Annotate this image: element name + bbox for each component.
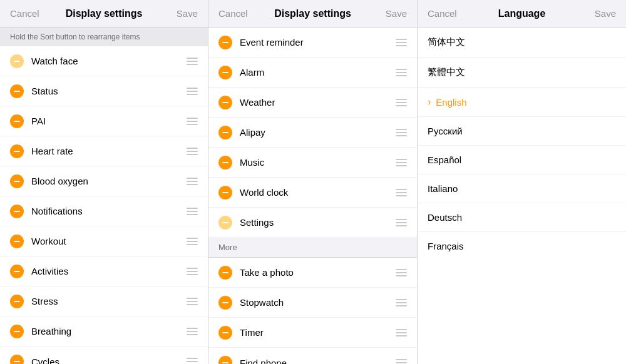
right-panel-title: Language (459, 8, 585, 19)
list-item[interactable]: PAI (0, 106, 208, 136)
left-panel-title: Display settings (41, 8, 167, 19)
right-save-button[interactable]: Save (585, 8, 616, 19)
left-save-button[interactable]: Save (167, 8, 198, 19)
drag-handle-icon[interactable] (396, 189, 407, 196)
drag-handle-icon[interactable] (187, 238, 198, 245)
item-label: World clock (240, 187, 396, 198)
item-icon (218, 96, 232, 109)
left-cancel-button[interactable]: Cancel (10, 8, 41, 19)
list-item[interactable]: Blood oxygen (0, 166, 208, 196)
right-panel: Cancel Language Save 简体中文繁體中文›EnglishРус… (418, 0, 626, 364)
item-label: Settings (240, 217, 396, 228)
drag-handle-icon[interactable] (187, 208, 198, 215)
drag-handle-icon[interactable] (396, 69, 407, 76)
item-icon (218, 326, 232, 340)
item-icon (10, 355, 24, 364)
list-item[interactable]: Cycles (0, 346, 208, 364)
drag-handle-icon[interactable] (396, 99, 407, 106)
drag-handle-icon[interactable] (187, 148, 198, 155)
list-item[interactable]: Breathing (0, 316, 208, 346)
drag-handle-icon[interactable] (396, 269, 407, 276)
drag-handle-icon[interactable] (396, 329, 407, 336)
drag-handle-icon[interactable] (396, 219, 407, 226)
item-icon (218, 296, 232, 310)
item-label: Heart rate (31, 146, 187, 156)
list-item[interactable]: Status (0, 76, 208, 106)
language-item[interactable]: 简体中文 (418, 28, 626, 58)
item-icon (10, 265, 24, 278)
list-item[interactable]: Settings (208, 208, 417, 238)
item-icon (218, 36, 232, 49)
item-icon (10, 235, 24, 248)
drag-handle-icon[interactable] (396, 359, 407, 364)
language-item[interactable]: Italiano (418, 174, 626, 203)
list-item[interactable]: Timer (208, 318, 417, 348)
list-item[interactable]: World clock (208, 178, 417, 208)
list-item[interactable]: Event reminder (208, 28, 417, 58)
list-item[interactable]: Stopwatch (208, 288, 417, 318)
language-item[interactable]: Deutsch (418, 203, 626, 232)
middle-list: Event reminderAlarmWeatherAlipayMusicWor… (208, 28, 417, 364)
list-item[interactable]: Music (208, 148, 417, 178)
drag-handle-icon[interactable] (187, 88, 198, 95)
item-icon (10, 205, 24, 218)
item-label: Stopwatch (240, 297, 396, 308)
language-item[interactable]: Français (418, 232, 626, 260)
list-item[interactable]: Alipay (208, 118, 417, 148)
item-icon (218, 186, 232, 200)
item-icon (10, 295, 24, 308)
item-label: Event reminder (240, 37, 396, 48)
item-label: Find phone (240, 358, 396, 365)
item-icon (218, 356, 232, 364)
drag-handle-icon[interactable] (187, 118, 198, 125)
drag-handle-icon[interactable] (187, 268, 198, 275)
item-label: Alipay (240, 127, 396, 138)
language-list: 简体中文繁體中文›EnglishРусскийEspañolItalianoDe… (418, 28, 626, 364)
list-item[interactable]: Notifications (0, 196, 208, 226)
item-label: Alarm (240, 67, 396, 78)
language-item[interactable]: Русский (418, 117, 626, 146)
middle-cancel-button[interactable]: Cancel (218, 8, 250, 19)
checkmark-icon: › (428, 96, 431, 108)
item-label: Status (31, 86, 187, 96)
drag-handle-icon[interactable] (396, 39, 407, 46)
item-icon (10, 84, 24, 98)
drag-handle-icon[interactable] (396, 129, 407, 136)
item-label: Timer (240, 327, 396, 338)
list-item[interactable]: Activities (0, 256, 208, 286)
list-item[interactable]: Take a photo (208, 258, 417, 288)
item-icon (10, 174, 24, 188)
drag-handle-icon[interactable] (187, 358, 198, 364)
item-icon (10, 54, 24, 68)
left-list: Watch faceStatusPAIHeart rateBlood oxyge… (0, 46, 208, 364)
language-item[interactable]: Español (418, 146, 626, 174)
list-item[interactable]: Watch face (0, 46, 208, 76)
language-item[interactable]: ›English (418, 88, 626, 117)
drag-handle-icon[interactable] (396, 159, 407, 166)
list-item[interactable]: Workout (0, 226, 208, 256)
list-item[interactable]: Stress (0, 286, 208, 316)
drag-handle-icon[interactable] (187, 298, 198, 305)
drag-handle-icon[interactable] (187, 178, 198, 185)
right-cancel-button[interactable]: Cancel (428, 8, 459, 19)
language-label: Italiano (428, 183, 458, 194)
item-label: Activities (31, 266, 187, 276)
list-item[interactable]: Heart rate (0, 136, 208, 166)
list-item[interactable]: Alarm (208, 58, 417, 88)
drag-handle-icon[interactable] (187, 58, 198, 65)
list-item[interactable]: Find phone (208, 348, 417, 364)
more-section-header: More (208, 238, 417, 258)
language-label: English (436, 97, 466, 108)
language-item[interactable]: 繁體中文 (418, 58, 626, 88)
left-panel-header: Cancel Display settings Save (0, 0, 208, 28)
drag-handle-icon[interactable] (396, 299, 407, 306)
hint-text: Hold the Sort button to rearrange items (10, 33, 140, 41)
middle-save-button[interactable]: Save (376, 8, 407, 19)
language-label: Español (428, 154, 461, 165)
item-label: Notifications (31, 206, 187, 216)
item-label: Music (240, 157, 396, 168)
drag-handle-icon[interactable] (187, 328, 198, 335)
language-label: Русский (428, 126, 463, 136)
item-icon (10, 144, 24, 158)
list-item[interactable]: Weather (208, 88, 417, 118)
